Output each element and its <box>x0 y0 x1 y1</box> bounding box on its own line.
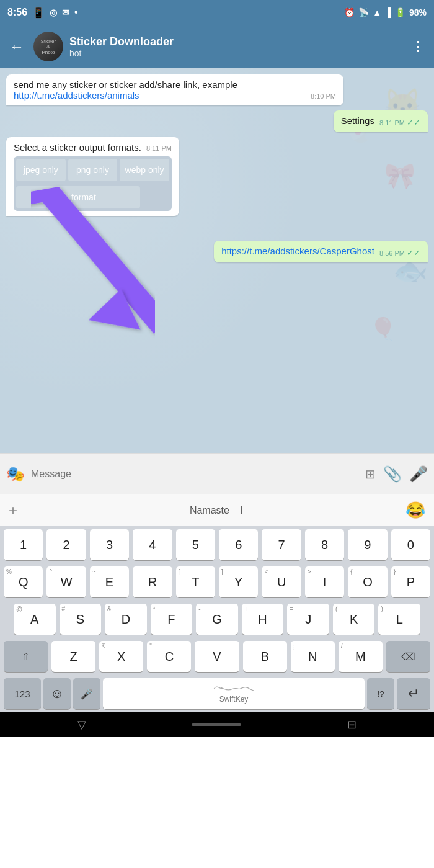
mail-icon: ✉ <box>62 7 69 17</box>
bubble-left-1: send me any sticker or sticker add/share… <box>6 74 343 105</box>
sticker-icon[interactable]: 🎭 <box>6 465 25 483</box>
chat-title: Sticker Downloader <box>69 35 402 48</box>
instagram-icon: ◎ <box>50 7 57 17</box>
nav-bar: ▽ ⊟ <box>0 712 434 737</box>
sent-link[interactable]: https://t.me/addstickers/CasperGhost <box>221 246 374 256</box>
input-right-icons: ⊞ 📎 🎤 <box>365 465 428 483</box>
suggestion-namaste: Namaste <box>190 505 229 516</box>
key-shift[interactable]: ⇧ <box>4 641 48 672</box>
bot-keyboard: jpeg only png only webp only all format <box>14 156 172 211</box>
key-i[interactable]: >I <box>305 566 344 597</box>
alarm-icon: ⏰ <box>344 7 355 17</box>
key-row-a: @A #S &D *F -G +H =J (K )L <box>0 601 434 638</box>
key-6[interactable]: 6 <box>219 529 258 560</box>
key-p[interactable]: }P <box>391 566 430 597</box>
key-microphone[interactable]: 🎤 <box>73 678 100 709</box>
key-b[interactable]: B <box>243 641 287 672</box>
cast-icon: 📡 <box>358 7 369 17</box>
nav-home[interactable] <box>192 723 241 726</box>
key-d[interactable]: &D <box>105 604 147 635</box>
menu-button[interactable]: ⋮ <box>408 35 428 58</box>
battery-level: 98% <box>409 7 427 17</box>
key-f[interactable]: *F <box>151 604 193 635</box>
bot-keyboard-row-1: jpeg only png only webp only <box>14 156 172 184</box>
key-y[interactable]: ]Y <box>219 566 258 597</box>
key-l[interactable]: )L <box>378 604 420 635</box>
key-j[interactable]: =J <box>287 604 329 635</box>
bot-key-jpeg[interactable]: jpeg only <box>16 159 66 181</box>
key-q[interactable]: %Q <box>4 566 43 597</box>
keyboard: 1 2 3 4 5 6 7 8 9 0 %Q ^W ~E |R [T ]Y <U… <box>0 526 434 712</box>
bot-keyboard-row-2: all format <box>14 184 172 211</box>
suggestion-plus[interactable]: + <box>9 502 17 519</box>
key-4[interactable]: 4 <box>133 529 172 560</box>
attach-icon[interactable]: 📎 <box>383 465 402 483</box>
key-backspace[interactable]: ⌫ <box>386 641 430 672</box>
nav-back-btn[interactable]: ▽ <box>78 718 86 732</box>
svg-marker-1 <box>84 287 141 339</box>
key-punctuation[interactable]: !? <box>367 678 394 709</box>
bot-key-png[interactable]: png only <box>68 159 118 181</box>
key-e[interactable]: ~E <box>90 566 129 597</box>
key-9[interactable]: 9 <box>348 529 387 560</box>
msg1-link[interactable]: http://t.me/addstickers/animals <box>14 90 140 101</box>
battery-icon: 🔋 <box>395 7 405 17</box>
key-enter[interactable]: ↵ <box>397 678 430 709</box>
key-k[interactable]: (K <box>333 604 375 635</box>
nav-recents-btn[interactable]: ⊟ <box>347 718 356 732</box>
message-2: Settings 8:11 PM ✓✓ <box>6 110 428 132</box>
key-z[interactable]: Z <box>51 641 95 672</box>
key-m[interactable]: /M <box>339 641 383 672</box>
key-t[interactable]: [T <box>176 566 215 597</box>
msg3-text: Select a sticker output formats. <box>14 142 141 153</box>
input-bar: 🎭 ⊞ 📎 🎤 <box>0 453 434 494</box>
msg1-text: send me any sticker or sticker add/share… <box>14 79 237 90</box>
key-8[interactable]: 8 <box>305 529 344 560</box>
key-u[interactable]: <U <box>262 566 301 597</box>
bot-key-webp[interactable]: webp only <box>120 159 169 181</box>
key-3[interactable]: 3 <box>90 529 129 560</box>
wifi-icon: ▲ <box>373 7 381 17</box>
key-s[interactable]: #S <box>60 604 102 635</box>
whatsapp-icon: 📱 <box>32 7 45 19</box>
suggestion-emoji[interactable]: 😂 <box>405 501 425 520</box>
key-2[interactable]: 2 <box>46 529 86 560</box>
key-5[interactable]: 5 <box>176 529 215 560</box>
status-left: 8:56 📱 ◎ ✉ • <box>7 7 78 19</box>
suggestion-word[interactable]: Namaste I <box>27 505 405 516</box>
bubble-left-3: Select a sticker output formats. 8:11 PM… <box>6 137 179 216</box>
key-7[interactable]: 7 <box>262 529 301 560</box>
msg1-time: 8:10 PM <box>311 92 336 100</box>
key-r[interactable]: |R <box>133 566 172 597</box>
back-button[interactable]: ← <box>6 35 27 58</box>
key-row-bottom: 123 ☺ 🎤 SwiftKey !? ↵ <box>0 675 434 712</box>
avatar: Sticker&Photo <box>33 32 63 61</box>
msg3-time: 8:11 PM <box>146 145 172 152</box>
key-x[interactable]: ₹X <box>99 641 143 672</box>
bot-key-all[interactable]: all format <box>16 186 140 208</box>
key-c[interactable]: "C <box>147 641 191 672</box>
key-123[interactable]: 123 <box>4 678 41 709</box>
header-info: Sticker Downloader bot <box>69 35 402 58</box>
mic-input-icon[interactable]: 🎤 <box>409 465 428 483</box>
status-bar: 8:56 📱 ◎ ✉ • ⏰ 📡 ▲ ▐ 🔋 98% <box>0 0 434 25</box>
chat-header: ← Sticker&Photo Sticker Downloader bot ⋮ <box>0 25 434 68</box>
msg2-text: Settings <box>341 115 374 126</box>
key-h[interactable]: +H <box>242 604 284 635</box>
key-w[interactable]: ^W <box>46 566 86 597</box>
key-g[interactable]: -G <box>196 604 238 635</box>
key-space[interactable]: SwiftKey <box>103 678 365 709</box>
key-a[interactable]: @A <box>14 604 56 635</box>
key-row-numbers: 1 2 3 4 5 6 7 8 9 0 <box>0 526 434 563</box>
key-row-q: %Q ^W ~E |R [T ]Y <U >I {O }P <box>0 563 434 601</box>
key-n[interactable]: ;N <box>291 641 335 672</box>
key-0[interactable]: 0 <box>391 529 430 560</box>
grid-icon[interactable]: ⊞ <box>365 467 376 481</box>
key-emoji[interactable]: ☺ <box>43 678 71 709</box>
key-1[interactable]: 1 <box>4 529 43 560</box>
suggestion-bar: + Namaste I 😂 <box>0 494 434 526</box>
key-o[interactable]: {O <box>348 566 387 597</box>
message-input[interactable] <box>31 468 359 480</box>
key-v[interactable]: V <box>195 641 239 672</box>
message-sent-link: https://t.me/addstickers/CasperGhost 8:5… <box>6 241 428 262</box>
